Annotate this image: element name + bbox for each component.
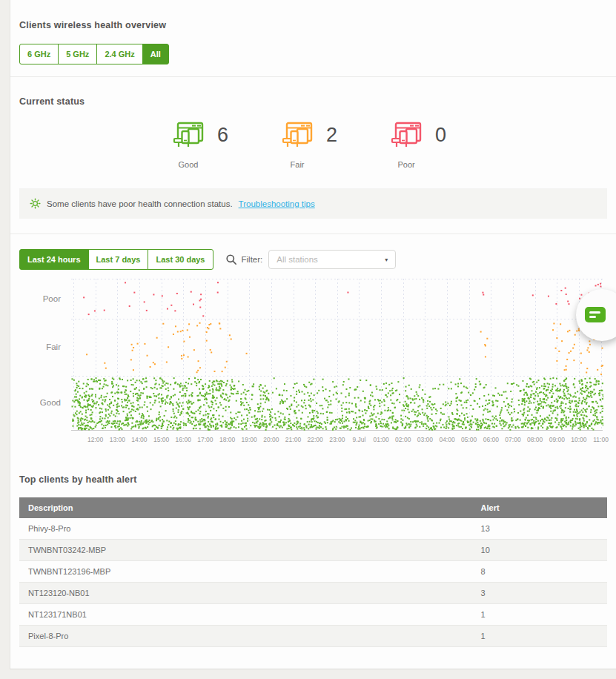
client-alert-count: 1 — [472, 626, 607, 647]
y-label-fair: Fair — [46, 342, 61, 352]
status-count-good: 6 — [217, 124, 228, 147]
stations-filter-select[interactable]: All stations ▾ — [268, 250, 396, 269]
x-tick: 22:00 — [308, 436, 323, 443]
alert-text: Some clients have poor health connection… — [47, 199, 233, 208]
client-description: Pixel-8-Pro — [19, 626, 472, 647]
x-tick: 01:00 — [373, 436, 388, 443]
chart-controls: Last 24 hoursLast 7 daysLast 30 days Fil… — [19, 249, 607, 270]
column-alert: Alert — [472, 497, 607, 518]
x-tick: 10:00 — [571, 436, 586, 443]
x-tick: 11:00 — [593, 436, 609, 443]
client-description: NT123120-NB01 — [19, 583, 472, 604]
client-description: Phivy-8-Pro — [19, 518, 472, 540]
devices-icon — [282, 122, 314, 149]
x-tick: 15:00 — [153, 436, 169, 443]
x-tick: 08:00 — [527, 436, 543, 443]
table-row[interactable]: TWNBNT03242-MBP10 — [19, 540, 607, 561]
x-tick: 14:00 — [131, 436, 147, 443]
client-description: TWNBNT123196-MBP — [19, 561, 472, 583]
table-row[interactable]: Phivy-8-Pro13 — [19, 518, 607, 540]
table-title: Top clients by health alert — [19, 474, 607, 485]
page: Clients wireless health overview 6 GHz5 … — [0, 0, 616, 679]
client-description: TWNBNT03242-MBP — [19, 540, 472, 561]
client-description: NT123171NB01 — [19, 604, 472, 626]
status-row: 6 Good 2 Fair 0 Poor — [173, 122, 607, 169]
status-label: Poor — [391, 160, 422, 169]
client-alert-count: 13 — [472, 518, 607, 540]
band-button-6-ghz[interactable]: 6 GHz — [19, 44, 59, 64]
status-label: Good — [173, 160, 204, 169]
chat-icon — [585, 307, 606, 322]
wireless-health-card: Clients wireless health overview 6 GHz5 … — [10, 0, 616, 669]
x-tick: 17:00 — [197, 436, 213, 443]
devices-poor-icon — [391, 122, 423, 149]
lightbulb-icon — [30, 198, 41, 209]
x-tick: 07:00 — [505, 436, 520, 443]
devices-good-icon — [173, 122, 205, 149]
band-button-2-4-ghz[interactable]: 2.4 GHz — [96, 44, 142, 64]
range-button-last-24-hours[interactable]: Last 24 hours — [19, 249, 89, 270]
devices-icon — [391, 122, 423, 149]
x-tick: 05:00 — [461, 436, 477, 443]
table-row[interactable]: NT123171NB011 — [19, 604, 607, 626]
chart-section: Last 24 hoursLast 7 daysLast 30 days Fil… — [10, 234, 616, 451]
range-button-last-30-days[interactable]: Last 30 days — [148, 249, 213, 270]
current-status-title: Current status — [19, 96, 607, 107]
x-tick: 09:00 — [549, 436, 565, 443]
table-row[interactable]: TWNBNT123196-MBP8 — [19, 561, 607, 583]
devices-icon — [173, 122, 205, 149]
top-clients-table: Description Alert Phivy-8-Pro13TWNBNT032… — [19, 497, 607, 647]
time-range-selector: Last 24 hoursLast 7 daysLast 30 days — [19, 249, 213, 270]
status-count-poor: 0 — [435, 124, 446, 147]
page-title: Clients wireless health overview — [19, 20, 607, 30]
status-count-fair: 2 — [326, 124, 337, 147]
x-tick: 21:00 — [285, 436, 301, 443]
table-header-row: Description Alert — [19, 497, 607, 518]
alert-bar: Some clients have poor health connection… — [19, 188, 607, 219]
band-button-all[interactable]: All — [142, 44, 169, 64]
column-description: Description — [19, 497, 472, 518]
status-block-good: 6 Good — [173, 122, 228, 169]
client-alert-count: 8 — [472, 561, 607, 583]
chart-x-axis: 12:0013:0014:0015:0016:0017:0018:0019:00… — [71, 436, 603, 446]
client-alert-count: 1 — [472, 604, 607, 626]
devices-fair-icon — [282, 122, 314, 149]
table-row[interactable]: Pixel-8-Pro1 — [19, 626, 607, 647]
band-button-5-ghz[interactable]: 5 GHz — [58, 44, 97, 64]
filter-label: Filter: — [242, 255, 263, 264]
top-clients-section: Top clients by health alert Description … — [10, 451, 616, 647]
health-timeline-chart: PoorFairGood 12:0013:0014:0015:0016:0017… — [19, 279, 607, 451]
x-tick: 18:00 — [219, 436, 235, 443]
table-row[interactable]: NT123120-NB013 — [19, 583, 607, 604]
y-label-good: Good — [40, 397, 61, 408]
x-tick: 02:00 — [395, 436, 411, 443]
troubleshooting-link[interactable]: Troubleshooting tips — [239, 199, 315, 208]
x-tick: 06:00 — [483, 436, 499, 443]
health-scatter-canvas — [71, 279, 603, 434]
x-tick: 19:00 — [242, 436, 257, 443]
chevron-down-icon: ▾ — [385, 256, 388, 263]
status-label: Fair — [282, 160, 313, 169]
x-tick: 9.Jul — [352, 436, 365, 443]
client-alert-count: 3 — [472, 583, 607, 604]
filter-placeholder: All stations — [276, 255, 318, 264]
range-button-last-7-days[interactable]: Last 7 days — [88, 249, 149, 270]
chart-plot-area: 12:0013:0014:0015:0016:0017:0018:0019:00… — [71, 279, 603, 451]
client-alert-count: 10 — [472, 540, 607, 561]
x-tick: 03:00 — [417, 436, 433, 443]
current-status-section: Current status 6 Good 2 Fair — [10, 77, 616, 234]
chart-y-axis: PoorFairGood — [19, 279, 71, 431]
search-icon — [225, 254, 237, 265]
x-tick: 23:00 — [329, 436, 345, 443]
x-tick: 13:00 — [110, 436, 125, 443]
x-tick: 20:00 — [263, 436, 279, 443]
x-tick: 12:00 — [87, 436, 103, 443]
overview-section: Clients wireless health overview 6 GHz5 … — [10, 0, 616, 77]
status-block-poor: 0 Poor — [391, 122, 446, 169]
status-block-fair: 2 Fair — [282, 122, 337, 169]
x-tick: 04:00 — [439, 436, 454, 443]
x-tick: 16:00 — [176, 436, 191, 443]
band-selector: 6 GHz5 GHz2.4 GHzAll — [19, 44, 169, 64]
y-label-poor: Poor — [43, 294, 61, 304]
